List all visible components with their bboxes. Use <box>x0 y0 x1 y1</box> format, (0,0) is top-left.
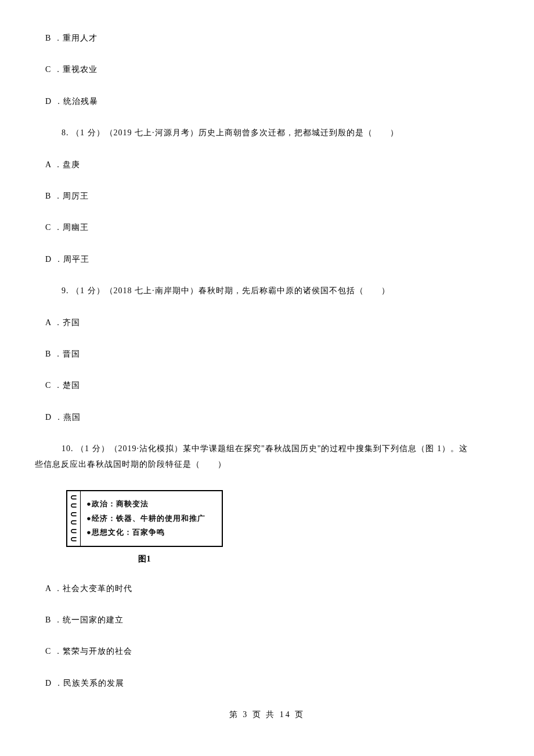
ring-icon: ⊂ <box>67 502 80 510</box>
q8-option-d: D ．周平王 <box>35 253 499 266</box>
notebook-content: ●政治：商鞅变法 ●经济：铁器、牛耕的使用和推广 ●思想文化：百家争鸣 <box>81 491 222 546</box>
q10-figure: ⊂ ⊂ ⊂ ⊂ ⊂ ⊂ ●政治：商鞅变法 ●经济：铁器、牛耕的使用和推广 ●思想… <box>66 490 223 547</box>
q10-text-line1: 10. （1 分）（2019·沾化模拟）某中学课题组在探究"春秋战国历史"的过程… <box>35 442 499 455</box>
notebook-line-2: ●经济：铁器、牛耕的使用和推广 <box>86 513 216 525</box>
ring-icon: ⊂ <box>67 494 80 502</box>
q10-option-c: C ．繁荣与开放的社会 <box>35 645 499 658</box>
ring-icon: ⊂ <box>67 519 80 527</box>
q8-text: 8. （1 分）（2019 七上·河源月考）历史上商朝曾多次迁都，把都城迁到殷的… <box>35 127 499 139</box>
notebook-binder: ⊂ ⊂ ⊂ ⊂ ⊂ ⊂ <box>67 491 81 546</box>
notebook-line-3: ●思想文化：百家争鸣 <box>86 527 216 539</box>
notebook-graphic: ⊂ ⊂ ⊂ ⊂ ⊂ ⊂ ●政治：商鞅变法 ●经济：铁器、牛耕的使用和推广 ●思想… <box>66 490 223 547</box>
q7-option-d: D ．统治残暴 <box>35 95 499 108</box>
page-content: B ．重用人才 C ．重视农业 D ．统治残暴 8. （1 分）（2019 七上… <box>0 0 534 739</box>
page-footer: 第 3 页 共 14 页 <box>35 708 499 721</box>
q8-option-a: A ．盘庚 <box>35 159 499 171</box>
q9-option-c: C ．楚国 <box>35 379 499 392</box>
ring-icon: ⊂ <box>67 527 80 535</box>
q10-option-b: B ．统一国家的建立 <box>35 614 499 627</box>
figure-caption: 图1 <box>66 553 223 566</box>
q10-text-line2: 些信息反应出春秋战国时期的阶段特征是（ ） <box>35 458 499 471</box>
notebook-line-1: ●政治：商鞅变法 <box>86 498 216 510</box>
q8-option-b: B ．周厉王 <box>35 190 499 203</box>
ring-icon: ⊂ <box>67 510 80 519</box>
q10-option-a: A ．社会大变革的时代 <box>35 582 499 595</box>
q8-option-c: C ．周幽王 <box>35 221 499 234</box>
q7-option-c: C ．重视农业 <box>35 63 499 76</box>
q9-option-d: D ．燕国 <box>35 411 499 424</box>
q9-option-a: A ．齐国 <box>35 316 499 329</box>
q10-option-d: D ．民族关系的发展 <box>35 677 499 690</box>
ring-icon: ⊂ <box>67 535 80 543</box>
q7-option-b: B ．重用人才 <box>35 32 499 45</box>
q9-option-b: B ．晋国 <box>35 348 499 361</box>
q9-text: 9. （1 分）（2018 七上·南岸期中）春秋时期，先后称霸中原的诸侯国不包括… <box>35 285 499 297</box>
